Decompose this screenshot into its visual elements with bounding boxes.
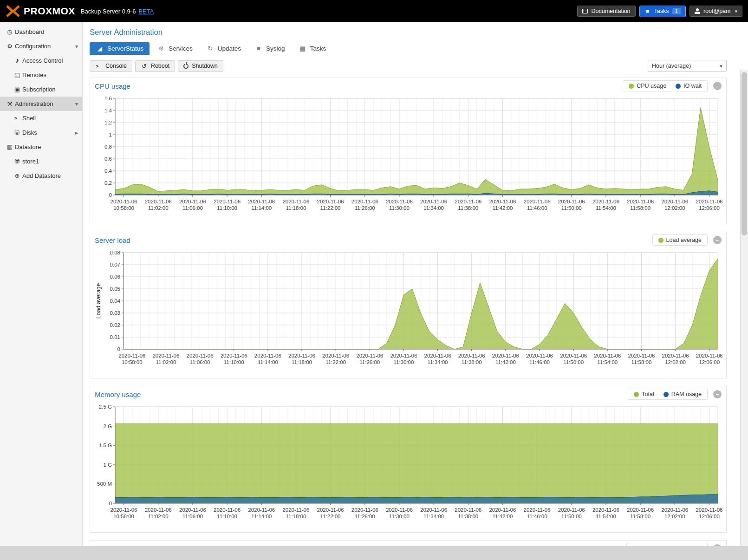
collapse-icon[interactable]: − bbox=[713, 236, 722, 244]
sidebar-item-label: Shell bbox=[22, 115, 36, 122]
svg-text:11:06:00: 11:06:00 bbox=[190, 359, 210, 365]
svg-text:11:42:00: 11:42:00 bbox=[492, 205, 513, 211]
svg-text:11:30:00: 11:30:00 bbox=[389, 514, 410, 519]
svg-text:2020-11-06: 2020-11-06 bbox=[322, 353, 349, 358]
svg-text:500 M: 500 M bbox=[97, 481, 112, 487]
tasks-count-badge: 1 bbox=[672, 8, 681, 14]
svg-text:2020-11-06: 2020-11-06 bbox=[145, 199, 172, 204]
svg-text:2020-11-06: 2020-11-06 bbox=[627, 507, 654, 513]
sidebar-item-disks[interactable]: ⛁Disks▸ bbox=[0, 125, 82, 140]
page-title: Server Administration bbox=[90, 28, 727, 37]
caret-down-icon[interactable]: ▾ bbox=[75, 101, 78, 107]
terminal-icon: >_ bbox=[95, 64, 102, 69]
reboot-button[interactable]: ↺Reboot bbox=[135, 60, 175, 72]
svg-text:11:26:00: 11:26:00 bbox=[355, 205, 375, 211]
tab-tasks[interactable]: ▤Tasks bbox=[293, 42, 332, 55]
beta-link[interactable]: BETA bbox=[138, 8, 154, 15]
refresh-icon: ↻ bbox=[206, 45, 215, 52]
svg-text:10:58:00: 10:58:00 bbox=[122, 359, 143, 365]
server-load-chart: 2020-11-0610:58:002020-11-0611:02:002020… bbox=[94, 249, 722, 373]
caret-down-icon[interactable]: ▾ bbox=[75, 43, 78, 50]
top-header: PROXMOX Backup Server 0.9-6 BETA Documen… bbox=[0, 0, 748, 22]
tab-services[interactable]: ⚙Services bbox=[151, 42, 199, 55]
svg-text:2020-11-06: 2020-11-06 bbox=[390, 353, 417, 358]
tasks-button[interactable]: ≡ Tasks 1 bbox=[639, 6, 686, 17]
sidebar-item-label: Datastore bbox=[15, 143, 41, 150]
svg-text:12:02:00: 12:02:00 bbox=[664, 205, 685, 211]
sidebar-item-administration[interactable]: ⚒Administration▾ bbox=[0, 97, 82, 111]
svg-text:11:30:00: 11:30:00 bbox=[393, 359, 414, 365]
svg-text:11:10:00: 11:10:00 bbox=[217, 205, 237, 211]
svg-text:1: 1 bbox=[109, 132, 112, 137]
brand-name: PROXMOX bbox=[24, 6, 75, 17]
cpu-usage-chart: 2020-11-0610:58:002020-11-0611:02:002020… bbox=[94, 95, 722, 219]
collapse-icon[interactable]: − bbox=[713, 390, 722, 398]
legend-dot-icon bbox=[658, 238, 663, 243]
chart-panels: CPU usageCPU usageIO wait−2020-11-0610:5… bbox=[90, 78, 727, 560]
caret-right-icon[interactable]: ▸ bbox=[75, 130, 78, 136]
sidebar-item-add-datastore[interactable]: ⊕Add Datastore bbox=[0, 169, 82, 183]
sidebar-item-label: Configuration bbox=[15, 43, 51, 50]
svg-text:2020-11-06: 2020-11-06 bbox=[254, 353, 281, 358]
time-range-select[interactable]: Hour (average) ▾ bbox=[648, 60, 727, 72]
svg-text:11:18:00: 11:18:00 bbox=[286, 205, 306, 211]
tab-updates[interactable]: ↻Updates bbox=[200, 42, 247, 55]
sidebar-item-store1[interactable]: ⛃store1 bbox=[0, 154, 82, 169]
sidebar-item-shell[interactable]: >_Shell bbox=[0, 111, 82, 125]
sidebar-item-datastore[interactable]: ▦Datastore bbox=[0, 140, 82, 154]
user-menu-button[interactable]: root@pam ▾ bbox=[689, 6, 742, 17]
legend-item-cpu-usage[interactable]: CPU usage bbox=[629, 83, 666, 89]
sidebar-item-label: Access Control bbox=[22, 57, 63, 64]
collapse-icon[interactable]: − bbox=[713, 82, 722, 90]
sidebar-item-label: Disks bbox=[22, 129, 37, 136]
sidebar-item-label: Dashboard bbox=[15, 28, 45, 35]
sidebar: ◷Dashboard⚙Configuration▾⚷Access Control… bbox=[0, 22, 83, 560]
console-button[interactable]: >_Console bbox=[90, 60, 132, 72]
svg-text:11:42:00: 11:42:00 bbox=[495, 359, 516, 365]
svg-text:2020-11-06: 2020-11-06 bbox=[661, 199, 688, 204]
database-icon: ⛃ bbox=[13, 158, 21, 165]
svg-text:11:38:00: 11:38:00 bbox=[458, 205, 478, 211]
svg-text:11:50:00: 11:50:00 bbox=[561, 205, 582, 211]
legend-item-io-wait[interactable]: IO wait bbox=[676, 83, 702, 89]
sidebar-item-subscription[interactable]: ▣Subscription bbox=[0, 82, 82, 97]
svg-text:0.4: 0.4 bbox=[104, 168, 112, 174]
svg-text:11:02:00: 11:02:00 bbox=[156, 359, 176, 365]
terminal-icon: >_ bbox=[13, 116, 21, 121]
sidebar-item-access-control[interactable]: ⚷Access Control bbox=[0, 53, 82, 68]
svg-text:11:34:00: 11:34:00 bbox=[423, 205, 444, 211]
sidebar-item-dashboard[interactable]: ◷Dashboard bbox=[0, 25, 82, 39]
user-label: root@pam bbox=[703, 8, 731, 14]
plus-circle-icon: ⊕ bbox=[13, 172, 21, 179]
scrollbar-thumb[interactable] bbox=[741, 72, 747, 235]
legend-item-total[interactable]: Total bbox=[634, 391, 654, 397]
svg-text:2020-11-06: 2020-11-06 bbox=[152, 353, 179, 358]
documentation-button[interactable]: Documentation bbox=[577, 6, 635, 17]
svg-text:10:58:00: 10:58:00 bbox=[113, 205, 134, 211]
svg-text:2020-11-06: 2020-11-06 bbox=[424, 353, 451, 358]
caret-down-icon: ▾ bbox=[735, 8, 737, 14]
svg-text:2020-11-06: 2020-11-06 bbox=[351, 507, 378, 513]
main-layout: ◷Dashboard⚙Configuration▾⚷Access Control… bbox=[0, 22, 748, 560]
tab-syslog[interactable]: ≡Syslog bbox=[248, 42, 291, 55]
tab-label: Services bbox=[169, 45, 193, 52]
toolbar: >_Console↺RebootShutdown Hour (average) … bbox=[90, 59, 727, 78]
svg-text:11:22:00: 11:22:00 bbox=[325, 359, 346, 365]
sidebar-item-label: Subscription bbox=[22, 86, 56, 93]
sidebar-item-remotes[interactable]: ▤Remotes bbox=[0, 68, 82, 82]
svg-text:2020-11-06: 2020-11-06 bbox=[592, 507, 619, 513]
legend-item-load-average[interactable]: Load average bbox=[658, 237, 702, 243]
svg-text:2020-11-06: 2020-11-06 bbox=[282, 199, 309, 204]
area-chart-icon: ◢ bbox=[96, 45, 104, 52]
shutdown-button[interactable]: Shutdown bbox=[178, 60, 223, 72]
svg-text:2020-11-06: 2020-11-06 bbox=[248, 199, 275, 204]
svg-text:2020-11-06: 2020-11-06 bbox=[288, 353, 315, 358]
user-icon bbox=[695, 8, 700, 14]
svg-text:11:34:00: 11:34:00 bbox=[423, 514, 444, 519]
legend-item-ram-usage[interactable]: RAM usage bbox=[663, 391, 702, 397]
sidebar-item-configuration[interactable]: ⚙Configuration▾ bbox=[0, 39, 82, 53]
svg-text:0.03: 0.03 bbox=[110, 310, 120, 316]
svg-text:1.2: 1.2 bbox=[104, 120, 112, 125]
tab-serverstatus[interactable]: ◢ServerStatus bbox=[90, 42, 150, 55]
vertical-scrollbar[interactable] bbox=[740, 70, 748, 546]
